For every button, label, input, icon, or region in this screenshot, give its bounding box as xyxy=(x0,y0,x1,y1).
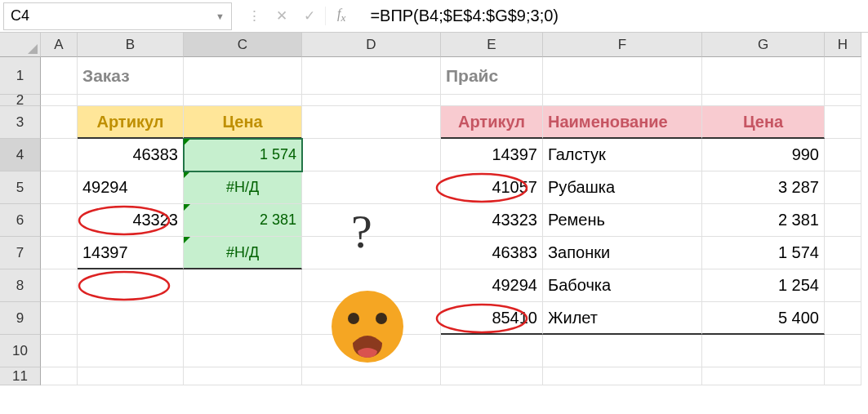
cell-F4[interactable]: Галстук xyxy=(543,139,702,171)
cell-D2[interactable] xyxy=(302,95,441,106)
cell-F1[interactable] xyxy=(543,57,702,95)
cancel-icon[interactable]: ✕ xyxy=(269,4,294,29)
col-header-B[interactable]: B xyxy=(78,33,184,57)
cell-A1[interactable] xyxy=(41,57,78,95)
col-header-G[interactable]: G xyxy=(702,33,825,57)
cell-F11[interactable] xyxy=(543,367,702,385)
row-header-4[interactable]: 4 xyxy=(0,139,41,171)
col-header-E[interactable]: E xyxy=(441,33,543,57)
cell-G3[interactable]: Цена xyxy=(702,106,825,139)
cell-E7[interactable]: 46383 xyxy=(441,237,543,269)
cell-G8[interactable]: 1 254 xyxy=(702,269,825,302)
cell-D4[interactable] xyxy=(302,139,441,171)
cell-C4[interactable]: 1 574 xyxy=(184,139,302,171)
cell-B3[interactable]: Артикул xyxy=(78,106,184,139)
cell-H10[interactable] xyxy=(825,335,861,367)
check-icon[interactable]: ✓ xyxy=(297,4,322,29)
cell-A11[interactable] xyxy=(41,367,78,385)
col-header-A[interactable]: A xyxy=(41,33,78,57)
cell-A2[interactable] xyxy=(41,95,78,106)
chevron-down-icon[interactable]: ▼ xyxy=(216,11,225,21)
cell-H2[interactable] xyxy=(825,95,861,106)
cell-G6[interactable]: 2 381 xyxy=(702,204,825,237)
col-header-H[interactable]: H xyxy=(825,33,861,57)
col-header-C[interactable]: C xyxy=(184,33,302,57)
cell-E2[interactable] xyxy=(441,95,543,106)
row-header-11[interactable]: 11 xyxy=(0,367,41,385)
cell-H1[interactable] xyxy=(825,57,861,95)
cell-G9[interactable]: 5 400 xyxy=(702,302,825,335)
cell-A8[interactable] xyxy=(41,269,78,302)
row-header-8[interactable]: 8 xyxy=(0,269,41,302)
cell-E1[interactable]: Прайс xyxy=(441,57,543,95)
select-all-corner[interactable] xyxy=(0,33,41,57)
formula-input[interactable] xyxy=(365,2,866,30)
name-box[interactable]: C4 ▼ xyxy=(3,2,232,30)
cell-F9[interactable]: Жилет xyxy=(543,302,702,335)
cell-A3[interactable] xyxy=(41,106,78,139)
cell-C5[interactable]: #Н/Д xyxy=(184,171,302,204)
row-header-10[interactable]: 10 xyxy=(0,335,41,367)
cell-B5[interactable]: 49294 xyxy=(78,171,184,204)
cell-C3[interactable]: Цена xyxy=(184,106,302,139)
cell-H3[interactable] xyxy=(825,106,861,139)
cell-B2[interactable] xyxy=(78,95,184,106)
row-header-3[interactable]: 3 xyxy=(0,106,41,139)
cell-B6[interactable]: 43323 xyxy=(78,204,184,237)
cell-G2[interactable] xyxy=(702,95,825,106)
cell-C2[interactable] xyxy=(184,95,302,106)
cell-B7[interactable]: 14397 xyxy=(78,237,184,269)
cell-F8[interactable]: Бабочка xyxy=(543,269,702,302)
col-header-F[interactable]: F xyxy=(543,33,702,57)
cell-A10[interactable] xyxy=(41,335,78,367)
cell-G1[interactable] xyxy=(702,57,825,95)
cell-G5[interactable]: 3 287 xyxy=(702,171,825,204)
col-header-D[interactable]: D xyxy=(302,33,441,57)
cell-H11[interactable] xyxy=(825,367,861,385)
row-header-2[interactable]: 2 xyxy=(0,95,41,106)
cell-E4[interactable]: 14397 xyxy=(441,139,543,171)
cell-F7[interactable]: Запонки xyxy=(543,237,702,269)
cell-G4[interactable]: 990 xyxy=(702,139,825,171)
cell-D3[interactable] xyxy=(302,106,441,139)
cell-E10[interactable] xyxy=(441,335,543,367)
cell-B10[interactable] xyxy=(78,335,184,367)
cell-A9[interactable] xyxy=(41,302,78,335)
cell-E3[interactable]: Артикул xyxy=(441,106,543,139)
cell-E8[interactable]: 49294 xyxy=(441,269,543,302)
cell-B8[interactable] xyxy=(78,269,184,302)
cell-G7[interactable]: 1 574 xyxy=(702,237,825,269)
cell-H5[interactable] xyxy=(825,171,861,204)
cell-A6[interactable] xyxy=(41,204,78,237)
row-header-9[interactable]: 9 xyxy=(0,302,41,335)
cell-D11[interactable] xyxy=(302,367,441,385)
cell-A7[interactable] xyxy=(41,237,78,269)
cell-A5[interactable] xyxy=(41,171,78,204)
cell-D5[interactable] xyxy=(302,171,441,204)
cell-H7[interactable] xyxy=(825,237,861,269)
row-header-1[interactable]: 1 xyxy=(0,57,41,95)
cell-G10[interactable] xyxy=(702,335,825,367)
row-header-7[interactable]: 7 xyxy=(0,237,41,269)
cell-H4[interactable] xyxy=(825,139,861,171)
cell-C10[interactable] xyxy=(184,335,302,367)
cell-E9[interactable]: 85410 xyxy=(441,302,543,335)
cell-C8[interactable] xyxy=(184,269,302,302)
cell-F2[interactable] xyxy=(543,95,702,106)
cell-A4[interactable] xyxy=(41,139,78,171)
cell-B4[interactable]: 46383 xyxy=(78,139,184,171)
cell-H6[interactable] xyxy=(825,204,861,237)
cell-B1[interactable]: Заказ xyxy=(78,57,184,95)
cell-E6[interactable]: 43323 xyxy=(441,204,543,237)
cell-C9[interactable] xyxy=(184,302,302,335)
cell-C11[interactable] xyxy=(184,367,302,385)
cell-H9[interactable] xyxy=(825,302,861,335)
cell-B9[interactable] xyxy=(78,302,184,335)
cell-F10[interactable] xyxy=(543,335,702,367)
cell-C6[interactable]: 2 381 xyxy=(184,204,302,237)
cell-F3[interactable]: Наименование xyxy=(543,106,702,139)
cell-F6[interactable]: Ремень xyxy=(543,204,702,237)
cell-H8[interactable] xyxy=(825,269,861,302)
cell-B11[interactable] xyxy=(78,367,184,385)
cell-C7[interactable]: #Н/Д xyxy=(184,237,302,269)
